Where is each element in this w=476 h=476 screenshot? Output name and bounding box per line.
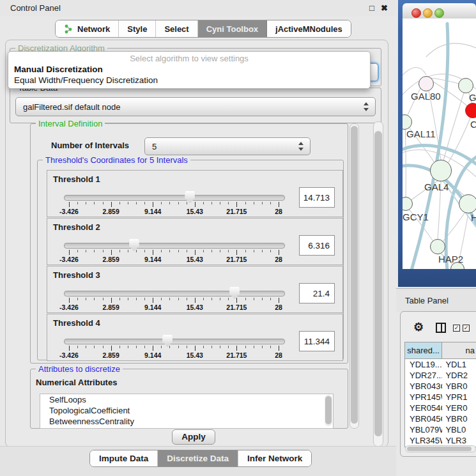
popup-option-equal-width-frequency[interactable]: Equal Width/Frequency Discretization (10, 75, 368, 86)
node-gal4[interactable] (430, 160, 452, 181)
cell-shared-name[interactable]: YBR043C (405, 381, 442, 392)
tab-discretize-data[interactable]: Discretize Data (158, 450, 238, 466)
network-edges (403, 19, 476, 269)
threshold-value-field[interactable]: 14.713 (299, 187, 335, 208)
slider-ticks (69, 298, 279, 303)
tab-infer-network[interactable]: Infer Network (238, 450, 311, 466)
table-row[interactable]: YDL19...YDL1 (405, 359, 476, 370)
checkbox-icon[interactable]: ✓ (453, 325, 460, 332)
table-horizontal-scrollbar[interactable] (405, 445, 476, 452)
gear-icon[interactable]: ⚙ (413, 321, 424, 333)
node-red-selected[interactable] (465, 103, 476, 118)
cell-shared-name[interactable]: YBL079W (405, 424, 442, 435)
number-of-intervals-combobox[interactable]: 5 (144, 137, 311, 155)
zoom-traffic-light-icon[interactable] (434, 8, 444, 18)
table-data-combobox[interactable]: galFiltered.sif default node (15, 97, 376, 116)
scrollbar-thumb[interactable] (407, 447, 472, 451)
threshold-1-panel: Threshold 1 -3.4262.8599.14415.4321.7152… (47, 170, 343, 217)
threshold-label: Threshold 2 (53, 222, 100, 232)
node-gal80[interactable] (418, 76, 434, 91)
threshold-value-field[interactable]: 6.316 (299, 235, 335, 256)
cell-shared-name[interactable]: YLR345W (405, 435, 442, 446)
cell-name[interactable]: YPR1 (442, 392, 476, 403)
close-traffic-light-icon[interactable] (411, 8, 421, 18)
node-hap2[interactable] (430, 239, 445, 254)
slider-track[interactable] (64, 195, 285, 201)
network-window-titlebar[interactable] (403, 3, 476, 19)
columns-icon[interactable] (436, 323, 446, 333)
slider-tick-labels: -3.4262.8599.14415.4321.71528 (69, 351, 279, 359)
tab-select[interactable]: Select (156, 20, 197, 37)
threshold-3-slider[interactable]: -3.4262.8599.14415.4321.71528 (64, 288, 284, 311)
table-row[interactable]: YER054CYER0 (405, 403, 476, 413)
slider-track[interactable] (64, 291, 285, 296)
cell-name[interactable]: YLR3 (442, 435, 476, 446)
network-icon (64, 24, 73, 34)
scrollbar-thumb[interactable] (325, 396, 332, 424)
cell-name[interactable]: YDL1 (442, 359, 476, 370)
interval-definition-group: Interval Definition Number of Intervals … (30, 123, 348, 364)
cell-shared-name[interactable]: YBR045C (405, 413, 442, 424)
threshold-value-field[interactable]: 11.344 (299, 331, 335, 351)
cell-name[interactable]: YDR2 (442, 370, 476, 381)
node-label: H (471, 212, 476, 223)
attribute-item[interactable]: BetweennessCentrality (40, 416, 333, 427)
settings-scrollbar[interactable] (349, 123, 359, 429)
list-scrollbar[interactable] (325, 395, 332, 426)
top-tab-bar: Network Style Select Cyni Toolbox jActiv… (55, 20, 351, 38)
table-row[interactable]: YBR043CYBR0 (405, 381, 476, 392)
column-header-name[interactable]: na (442, 342, 476, 358)
slider-track[interactable] (64, 339, 285, 344)
table-row[interactable]: YDR27...YDR2 (405, 370, 476, 381)
threshold-value-field[interactable]: 21.4 (299, 283, 335, 303)
table-header-row: shared... na (405, 342, 476, 359)
table-row[interactable]: YBR045CYBR0 (405, 413, 476, 424)
cell-shared-name[interactable]: YDR27... (405, 370, 442, 381)
node-table[interactable]: shared... na YDL19...YDL1YDR27...YDR2YBR… (404, 342, 476, 447)
minimize-traffic-light-icon[interactable] (423, 8, 433, 18)
attribute-item[interactable]: TopologicalCoefficient (40, 405, 333, 416)
tab-style[interactable]: Style (119, 20, 156, 37)
float-window-icon[interactable]: □ (369, 3, 374, 13)
network-canvas[interactable]: GAL80 GA C GAL11 GAL4 GCY1 H HAP2 (403, 19, 476, 269)
node-label: GAL11 (406, 128, 436, 139)
numerical-attributes-list[interactable]: SelfLoopsTopologicalCoefficientBetweenne… (40, 394, 334, 429)
threshold-2-slider[interactable]: -3.4262.8599.14415.4321.71528 (64, 240, 284, 263)
node-right-low[interactable] (459, 194, 476, 213)
cell-shared-name[interactable]: YPR145W (405, 392, 442, 403)
tick-label: 2.859 (102, 303, 119, 311)
cell-name[interactable]: YBL0 (442, 424, 476, 435)
table-panel-header: Table Panel (396, 288, 476, 312)
main-scrollbar[interactable] (373, 121, 383, 447)
table-row[interactable]: YBL079WYBL0 (405, 424, 476, 435)
attribute-item[interactable]: SelfLoops (40, 394, 333, 405)
popup-option-manual-discretization[interactable]: Manual Discretization (10, 65, 368, 75)
scrollbar-thumb[interactable] (351, 126, 358, 424)
tab-cyni-toolbox[interactable]: Cyni Toolbox (198, 20, 267, 37)
threshold-3-panel: Threshold 3 -3.4262.8599.14415.4321.7152… (47, 266, 343, 313)
threshold-4-slider[interactable]: -3.4262.8599.14415.4321.71528 (64, 336, 284, 359)
tab-jactivemnodules[interactable]: jActiveMNodules (267, 20, 351, 37)
apply-button[interactable]: Apply (172, 429, 215, 445)
slider-track[interactable] (64, 243, 285, 249)
table-row[interactable]: YLR345WYLR3 (405, 435, 476, 446)
table-row[interactable]: YPR145WYPR1 (405, 392, 476, 403)
tab-network[interactable]: Network (56, 20, 119, 37)
checkbox-icon[interactable]: ✓ (463, 325, 470, 332)
column-header-shared-name[interactable]: shared... (405, 342, 442, 358)
cell-name[interactable]: YBR0 (442, 381, 476, 392)
scrollbar-thumb[interactable] (374, 131, 382, 436)
cell-shared-name[interactable]: YER054C (405, 403, 442, 413)
cell-shared-name[interactable]: YDL19... (405, 359, 442, 370)
slider-tick-labels: -3.4262.8599.14415.4321.71528 (69, 208, 279, 215)
algorithm-hint: Select algorithm to view settings (8, 54, 370, 63)
tab-impute-data[interactable]: Impute Data (90, 450, 158, 466)
tick-label: -3.426 (59, 351, 79, 359)
threshold-1-slider[interactable]: -3.4262.8599.14415.4321.71528 (64, 192, 284, 215)
tick-label: 28 (275, 208, 282, 215)
table-panel-body: ⚙ ✓ ✓ shared... na YDL19...YDL1YDR27...Y… (400, 311, 476, 457)
close-icon[interactable]: ✖ (381, 3, 388, 13)
cell-name[interactable]: YBR0 (442, 413, 476, 424)
node-right-top[interactable] (458, 78, 473, 93)
cell-name[interactable]: YER0 (442, 403, 476, 413)
